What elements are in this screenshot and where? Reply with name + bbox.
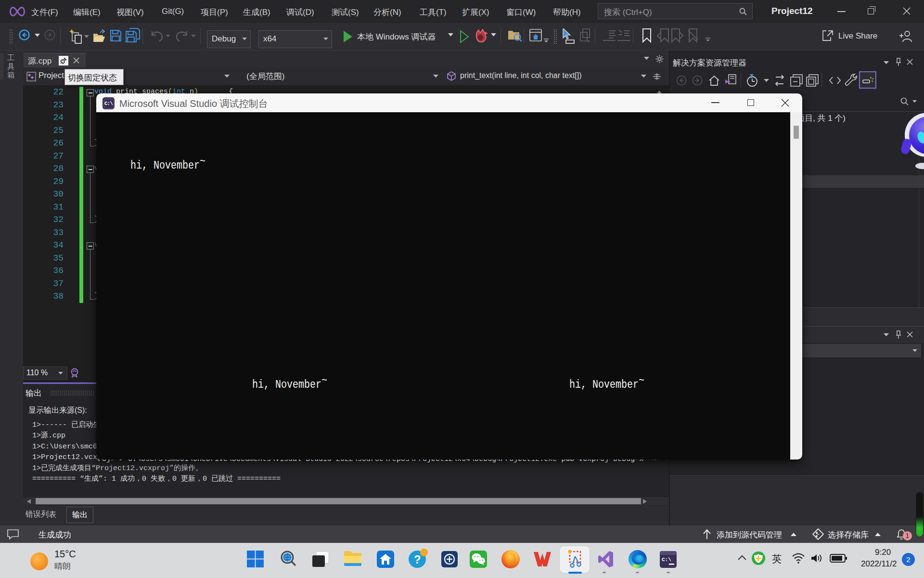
svg-text:C:\: C:\ — [662, 557, 671, 563]
